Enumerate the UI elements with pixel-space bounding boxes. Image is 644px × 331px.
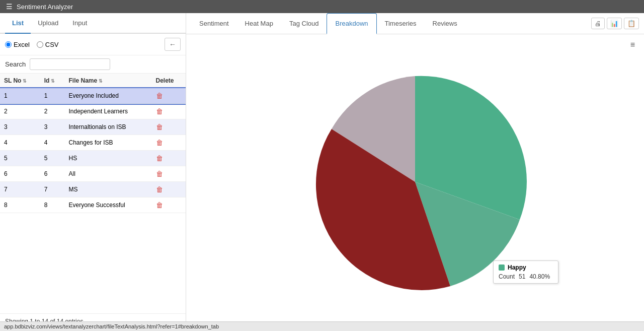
left-tab-bar: List Upload Input bbox=[0, 13, 186, 34]
tooltip-label: Happy bbox=[508, 264, 526, 271]
cell-id: 4 bbox=[40, 135, 65, 151]
file-table: SL No⇅ Id⇅ File Name⇅ Delete 1 1 Everyon… bbox=[0, 74, 186, 213]
radio-excel[interactable]: Excel bbox=[5, 41, 30, 48]
cell-sl-no: 5 bbox=[0, 151, 40, 166]
cell-id: 6 bbox=[40, 166, 65, 182]
cell-delete: 🗑 bbox=[152, 166, 186, 182]
tooltip-count-value: 51 bbox=[519, 273, 525, 280]
chart-button[interactable]: 📊 bbox=[607, 18, 622, 29]
table-row[interactable]: 6 6 All 🗑 bbox=[0, 166, 186, 182]
tooltip-header: Happy bbox=[499, 264, 553, 271]
cell-file-name: Internaltionals on ISB bbox=[65, 119, 152, 135]
cell-sl-no: 3 bbox=[0, 119, 40, 135]
tab-heat-map[interactable]: Heat Map bbox=[237, 14, 281, 34]
table-row[interactable]: 7 7 MS 🗑 bbox=[0, 182, 186, 197]
delete-button[interactable]: 🗑 bbox=[156, 139, 163, 147]
search-input[interactable] bbox=[30, 58, 110, 70]
print-button[interactable]: 🖨 bbox=[591, 18, 605, 29]
cell-delete: 🗑 bbox=[152, 197, 186, 213]
cell-file-name: HS bbox=[65, 151, 152, 166]
cell-delete: 🗑 bbox=[152, 135, 186, 151]
cell-delete: 🗑 bbox=[152, 104, 186, 119]
tooltip-data-row: Count 51 40.80% bbox=[499, 273, 553, 280]
tab-reviews[interactable]: Reviews bbox=[425, 14, 465, 34]
cell-file-name: MS bbox=[65, 182, 152, 197]
cell-sl-no: 2 bbox=[0, 104, 40, 119]
right-topbar: Sentiment Heat Map Tag Cloud Breakdown T… bbox=[186, 13, 644, 34]
cell-id: 1 bbox=[40, 88, 65, 104]
cell-id: 8 bbox=[40, 197, 65, 213]
chart-area: ≡ Happy bbox=[186, 34, 644, 329]
cell-sl-no: 6 bbox=[0, 166, 40, 182]
delete-button[interactable]: 🗑 bbox=[156, 92, 163, 100]
cell-delete: 🗑 bbox=[152, 151, 186, 166]
delete-button[interactable]: 🗑 bbox=[156, 170, 163, 178]
right-panel: Sentiment Heat Map Tag Cloud Breakdown T… bbox=[186, 13, 644, 329]
search-label: Search bbox=[5, 60, 26, 68]
cell-id: 2 bbox=[40, 104, 65, 119]
cell-file-name: Everyone Successful bbox=[65, 197, 152, 213]
url-bar: app.bdbizviz.com/views/textanalyzerchart… bbox=[0, 321, 644, 329]
tab-tag-cloud[interactable]: Tag Cloud bbox=[281, 14, 327, 34]
export-radio-group: Excel CSV bbox=[5, 41, 59, 48]
main-layout: List Upload Input Excel CSV ← Search bbox=[0, 13, 644, 329]
table-row[interactable]: 2 2 Independent Learners 🗑 bbox=[0, 104, 186, 119]
table-header-row: SL No⇅ Id⇅ File Name⇅ Delete bbox=[0, 74, 186, 88]
cell-delete: 🗑 bbox=[152, 182, 186, 197]
url-text: app.bdbizviz.com/views/textanalyzerchart… bbox=[4, 323, 219, 329]
tooltip-percent-value: 40.80% bbox=[529, 273, 550, 280]
tab-breakdown[interactable]: Breakdown bbox=[327, 13, 376, 34]
app-title: Sentiment Analyzer bbox=[17, 3, 73, 11]
col-id[interactable]: Id⇅ bbox=[40, 74, 65, 88]
cell-sl-no: 1 bbox=[0, 88, 40, 104]
tab-sentiment[interactable]: Sentiment bbox=[191, 14, 237, 34]
pie-tooltip: Happy Count 51 40.80% bbox=[493, 260, 558, 284]
cell-file-name: Independent Learners bbox=[65, 104, 152, 119]
delete-button[interactable]: 🗑 bbox=[156, 154, 163, 162]
cell-id: 5 bbox=[40, 151, 65, 166]
table-row[interactable]: 5 5 HS 🗑 bbox=[0, 151, 186, 166]
radio-csv[interactable]: CSV bbox=[37, 41, 59, 48]
cell-sl-no: 8 bbox=[0, 197, 40, 213]
topbar: ☰ Sentiment Analyzer bbox=[0, 0, 644, 13]
cell-id: 7 bbox=[40, 182, 65, 197]
tab-input[interactable]: Input bbox=[65, 13, 94, 34]
tooltip-count-label: Count bbox=[499, 273, 515, 280]
back-button[interactable]: ← bbox=[165, 38, 181, 51]
pie-container: Happy Count 51 40.80% bbox=[186, 39, 644, 324]
delete-button[interactable]: 🗑 bbox=[156, 107, 163, 115]
col-sl-no[interactable]: SL No⇅ bbox=[0, 74, 40, 88]
cell-id: 3 bbox=[40, 119, 65, 135]
delete-button[interactable]: 🗑 bbox=[156, 185, 163, 193]
delete-button[interactable]: 🗑 bbox=[156, 123, 163, 131]
table-row[interactable]: 8 8 Everyone Successful 🗑 bbox=[0, 197, 186, 213]
table-row[interactable]: 3 3 Internaltionals on ISB 🗑 bbox=[0, 119, 186, 135]
tab-list[interactable]: List bbox=[5, 13, 31, 34]
table-container: SL No⇅ Id⇅ File Name⇅ Delete 1 1 Everyon… bbox=[0, 74, 186, 313]
app-icon: ☰ bbox=[6, 3, 13, 11]
cell-file-name: All bbox=[65, 166, 152, 182]
cell-delete: 🗑 bbox=[152, 119, 186, 135]
table-row[interactable]: 1 1 Everyone Included 🗑 bbox=[0, 88, 186, 104]
cell-delete: 🗑 bbox=[152, 88, 186, 104]
search-row: Search bbox=[0, 55, 186, 74]
data-button[interactable]: 📋 bbox=[624, 18, 639, 29]
left-panel: List Upload Input Excel CSV ← Search bbox=[0, 13, 186, 329]
right-actions: 🖨 📊 📋 bbox=[591, 18, 639, 29]
cell-file-name: Everyone Included bbox=[65, 88, 152, 104]
cell-file-name: Changes for ISB bbox=[65, 135, 152, 151]
delete-button[interactable]: 🗑 bbox=[156, 201, 163, 209]
tab-timeseries[interactable]: Timeseries bbox=[377, 14, 425, 34]
cell-sl-no: 4 bbox=[0, 135, 40, 151]
cell-sl-no: 7 bbox=[0, 182, 40, 197]
tooltip-color bbox=[499, 264, 505, 271]
table-row[interactable]: 4 4 Changes for ISB 🗑 bbox=[0, 135, 186, 151]
tab-upload[interactable]: Upload bbox=[31, 13, 65, 34]
col-file-name[interactable]: File Name⇅ bbox=[65, 74, 152, 88]
export-row: Excel CSV ← bbox=[0, 34, 186, 55]
col-delete: Delete bbox=[152, 74, 186, 88]
